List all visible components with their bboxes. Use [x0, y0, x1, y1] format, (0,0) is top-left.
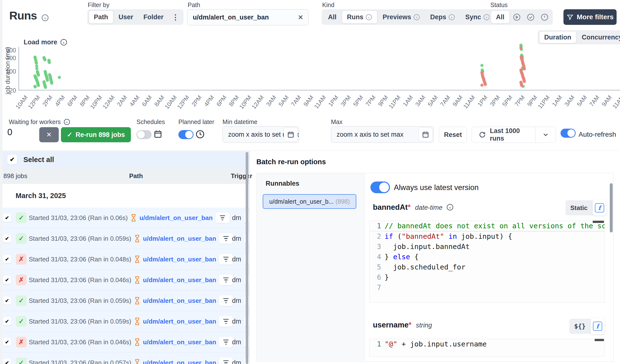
select-all-checkbox[interactable] — [7, 155, 17, 165]
job-row[interactable]: Started 31/03, 23:06 (Ran in 0.059s) u/d… — [0, 311, 249, 332]
job-started-text: Started 31/03, 23:06 (Ran in 0.048s) — [29, 256, 131, 263]
runnable-chip[interactable]: u/dm/alert_on_user_b... (898) — [263, 194, 356, 209]
latest-version-label: Always use latest version — [394, 183, 479, 192]
calendar-icon[interactable] — [284, 127, 298, 142]
info-icon — [64, 119, 70, 125]
path-column-header[interactable]: Path — [129, 172, 143, 180]
job-path-link[interactable]: u/dm/alert_on_user_ban — [140, 214, 213, 222]
filter-lines-icon — [223, 257, 229, 262]
row-filter-button[interactable] — [216, 212, 230, 223]
job-started-text: Started 31/03, 23:06 (Ran in 0.059s) — [29, 297, 131, 304]
row-filter-button[interactable] — [219, 274, 233, 285]
job-row[interactable]: Started 31/03, 23:06 (Ran in 0.057s) u/d… — [0, 352, 249, 364]
filter-lines-icon — [223, 298, 229, 303]
cancel-selection-button[interactable]: ✕ — [39, 127, 59, 142]
job-trigger: dm — [232, 235, 241, 243]
jobs-count: 898 jobs — [3, 172, 27, 180]
min-datetime-input[interactable]: zoom x axis to set min (dr — [222, 126, 299, 143]
function-mode-option[interactable] — [592, 200, 607, 216]
job-path-link[interactable]: u/dm/alert_on_user_ban — [143, 359, 217, 364]
required-asterisk: * — [408, 203, 411, 212]
job-started-text: Started 31/03, 23:06 (Ran in 0.057s) — [29, 359, 131, 364]
job-path-link[interactable]: u/dm/alert_on_user_ban — [143, 338, 217, 346]
calendar-icon[interactable] — [418, 127, 433, 142]
job-trigger: dm — [232, 214, 241, 222]
runs-range-button[interactable]: Last 1000 runs — [472, 127, 556, 143]
function-mode-option[interactable] — [590, 318, 605, 334]
job-path-link[interactable]: u/dm/alert_on_user_ban — [143, 297, 217, 304]
row-filter-button[interactable] — [219, 337, 233, 348]
clock-icon[interactable] — [195, 130, 205, 139]
bannedat-field-header: bannedAt* date-time — [373, 203, 453, 212]
window-edge — [0, 0, 2, 364]
row-filter-button[interactable] — [219, 357, 233, 364]
bannedat-code-editor[interactable]: 1// bannedAt does not exist on all versi… — [369, 221, 605, 303]
job-status-badge — [16, 316, 27, 327]
row-checkbox[interactable] — [3, 276, 11, 284]
static-mode-option[interactable]: Static — [565, 204, 592, 212]
row-filter-button[interactable] — [219, 295, 233, 306]
waiting-workers-count: 0 — [7, 127, 13, 137]
hourglass-icon — [134, 359, 141, 364]
job-row[interactable]: Started 31/03, 23:06 (Ran in 0.06s) u/dm… — [0, 208, 249, 228]
job-started-text: Started 31/03, 23:06 (Ran in 0.046s) — [29, 276, 131, 284]
select-all-label: Select all — [23, 156, 54, 164]
job-row[interactable]: Started 31/03, 23:06 (Ran in 0.059s) u/d… — [0, 228, 249, 249]
row-checkbox[interactable] — [3, 255, 11, 263]
auto-refresh-label: Auto-refresh — [579, 131, 616, 138]
schedules-label: Schedules — [137, 118, 165, 125]
section-divider — [0, 151, 620, 151]
job-list-scrollbar[interactable] — [246, 152, 248, 364]
runs-page: Runs Filter by Path User Folder ⋮ Path u… — [0, 0, 620, 364]
job-status-badge — [16, 357, 27, 364]
row-filter-button[interactable] — [219, 254, 233, 265]
job-path-link[interactable]: u/dm/alert_on_user_ban — [143, 256, 217, 263]
editor-scrollbar[interactable] — [595, 339, 604, 341]
calendar-icon[interactable] — [154, 129, 162, 139]
editor-scrollbar[interactable] — [593, 221, 604, 223]
filter-lines-icon — [220, 215, 225, 221]
date-group-header: March 31, 2025 — [0, 184, 249, 208]
row-checkbox[interactable] — [3, 214, 11, 222]
job-path-link[interactable]: u/dm/alert_on_user_ban — [143, 276, 217, 284]
job-started-text: Started 31/03, 23:06 (Ran in 0.059s) — [29, 318, 131, 325]
row-checkbox[interactable] — [3, 297, 11, 305]
job-row[interactable]: Started 31/03, 23:06 (Ran in 0.046s) u/d… — [0, 332, 249, 352]
info-icon[interactable] — [447, 204, 453, 211]
job-started-text: Started 31/03, 23:06 (Ran in 0.06s) — [29, 214, 128, 222]
username-field-header: username* string — [373, 321, 432, 329]
job-row[interactable]: Started 31/03, 23:06 (Ran in 0.048s) u/d… — [0, 249, 249, 270]
row-filter-button[interactable] — [219, 233, 233, 244]
job-status-badge — [16, 212, 27, 223]
refresh-icon — [479, 131, 486, 138]
job-row[interactable]: Started 31/03, 23:06 (Ran in 0.059s) u/d… — [0, 290, 249, 311]
job-started-text: Started 31/03, 23:06 (Ran in 0.046s) — [29, 338, 131, 346]
runnables-label: Runnables — [266, 180, 299, 187]
auto-refresh-toggle[interactable] — [560, 129, 576, 138]
job-trigger: dm — [232, 318, 241, 325]
max-datetime-input[interactable]: zoom x axis to set max — [331, 126, 434, 143]
hourglass-icon — [134, 234, 141, 243]
required-asterisk: * — [408, 321, 411, 329]
row-checkbox[interactable] — [3, 359, 11, 364]
job-row[interactable]: Started 31/03, 23:06 (Ran in 0.046s) u/d… — [0, 270, 249, 290]
filter-lines-icon — [223, 360, 229, 364]
row-checkbox[interactable] — [3, 234, 11, 243]
row-filter-button[interactable] — [219, 316, 233, 327]
username-code-editor[interactable]: 1"@" + job.input.username — [369, 339, 605, 357]
filter-lines-icon — [223, 236, 229, 241]
job-path-link[interactable]: u/dm/alert_on_user_ban — [143, 235, 217, 243]
schedules-toggle[interactable] — [137, 130, 152, 139]
job-path-link[interactable]: u/dm/alert_on_user_ban — [143, 318, 217, 325]
hourglass-icon — [134, 276, 141, 284]
template-mode-option[interactable]: ${} — [569, 323, 590, 330]
rerun-jobs-button[interactable]: ✓ Re-run 898 jobs — [61, 127, 131, 142]
chevron-down-icon[interactable] — [535, 131, 556, 138]
latest-version-toggle[interactable] — [371, 182, 390, 193]
reset-button[interactable]: Reset — [439, 127, 467, 143]
row-checkbox[interactable] — [3, 317, 11, 325]
row-checkbox[interactable] — [3, 338, 11, 346]
batch-panel-scrollbar[interactable] — [610, 183, 613, 232]
job-trigger: dm — [232, 338, 241, 346]
planned-later-toggle[interactable] — [178, 130, 194, 139]
